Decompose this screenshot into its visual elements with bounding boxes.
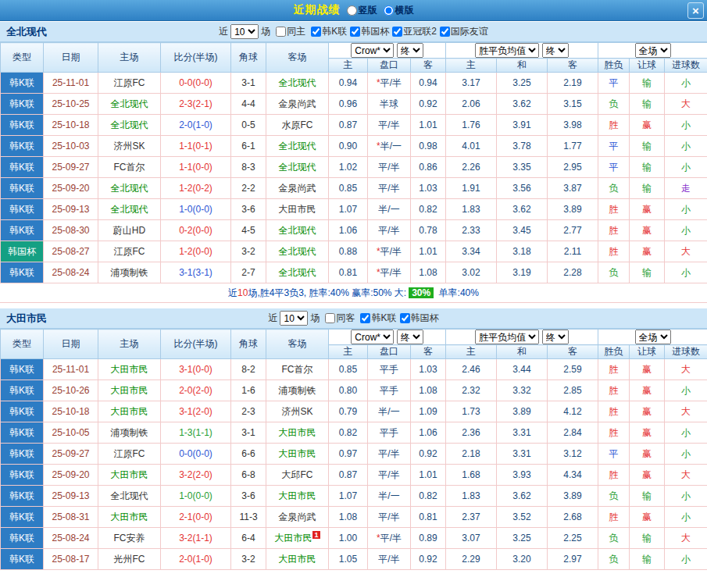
league-cell: 韩K联 bbox=[1, 486, 44, 507]
avg-away-cell: 3.89 bbox=[548, 486, 598, 507]
result-cell: 负 bbox=[598, 178, 630, 199]
handicap-result-cell: 赢 bbox=[630, 241, 665, 262]
score-cell: 0-2(0-0) bbox=[161, 220, 231, 241]
close-button[interactable]: × bbox=[687, 2, 704, 19]
close-icon: × bbox=[692, 4, 699, 17]
league-filter-checkbox[interactable]: 国际友谊 bbox=[440, 25, 488, 38]
league-cell: 韩K联 bbox=[1, 178, 44, 199]
league-filter-checkbox[interactable]: 韩K联 bbox=[360, 312, 396, 325]
summary-bar: 近10场,胜4平3负3, 胜率:40% 赢率:50% 大:30% 单率:40% bbox=[0, 283, 707, 303]
goals-result-cell: 大 bbox=[665, 401, 707, 422]
away-team-cell: 济州SK bbox=[266, 401, 329, 422]
away-odds-cell: 1.09 bbox=[411, 401, 446, 422]
match-row: 韩K联25-08-31大田市民2-1(0-0)11-3金泉尚武1.08平/半0.… bbox=[1, 507, 707, 528]
scope-header-cell: 全场 bbox=[598, 43, 707, 59]
avg-draw-cell: 3.20 bbox=[497, 549, 548, 570]
home-team-cell: 浦项制铁 bbox=[98, 262, 161, 283]
summary-count: 10 bbox=[237, 287, 248, 298]
layout-vertical-radio[interactable]: 竖版 bbox=[347, 4, 377, 17]
summary-text: 场,胜4平3负3, 胜率:40% 赢率:50% 大: bbox=[248, 287, 406, 300]
avg-home-cell: 1.91 bbox=[446, 178, 497, 199]
avg-home-cell: 3.17 bbox=[446, 73, 497, 94]
league-filter-checkbox[interactable]: 韩国杯 bbox=[400, 312, 439, 325]
recent-count-select[interactable]: 10 bbox=[230, 24, 259, 39]
avg-stage-select[interactable]: 终 bbox=[542, 330, 569, 344]
checkbox-icon bbox=[360, 313, 370, 323]
avg-away-cell: 2.25 bbox=[548, 528, 598, 549]
handicap-result-cell: 输 bbox=[630, 136, 665, 157]
league-cell: 韩K联 bbox=[1, 220, 44, 241]
league-filter-checkbox[interactable]: 韩K联 bbox=[311, 25, 347, 38]
away-team-cell: 大田市民 bbox=[266, 199, 329, 220]
away-team-cell: 全北现代 bbox=[266, 241, 329, 262]
date-cell: 25-10-05 bbox=[44, 422, 98, 444]
score-cell: 2-3(2-1) bbox=[161, 94, 231, 115]
recent-count-select[interactable]: 10 bbox=[280, 311, 308, 326]
big-rate-highlight: 30% bbox=[409, 287, 434, 298]
scope-select[interactable]: 全场 bbox=[635, 43, 671, 58]
result-cell: 平 bbox=[598, 136, 630, 157]
goals-result-cell: 小 bbox=[665, 422, 707, 444]
match-row: 韩K联25-08-30蔚山HD0-2(0-0)4-5全北现代1.06平/半0.7… bbox=[1, 220, 707, 241]
avg-home-cell: 2.18 bbox=[446, 444, 497, 465]
subcol-header: 进球数 bbox=[665, 345, 707, 359]
result-cell: 胜 bbox=[598, 241, 630, 262]
avg-away-cell: 3.87 bbox=[548, 178, 598, 199]
games-label: 场 bbox=[261, 25, 270, 38]
handicap-result-cell: 输 bbox=[630, 262, 665, 283]
scope-select[interactable]: 全场 bbox=[635, 330, 671, 344]
result-cell: 胜 bbox=[598, 115, 630, 136]
away-odds-cell: 1.01 bbox=[411, 465, 446, 486]
layout-horizontal-radio[interactable]: 横版 bbox=[384, 4, 414, 17]
odds-source-select[interactable]: Crow* bbox=[351, 330, 394, 344]
odds-stage-select[interactable]: 终 bbox=[397, 330, 423, 344]
home-team-cell: 江原FC bbox=[98, 73, 161, 94]
handicap-result-cell: 输 bbox=[630, 486, 665, 507]
corners-cell: 1-6 bbox=[231, 380, 266, 401]
corners-cell: 0-5 bbox=[231, 115, 266, 136]
odds-stage-select[interactable]: 终 bbox=[397, 43, 423, 58]
handicap-cell: 平/半 bbox=[368, 115, 411, 136]
radio-icon bbox=[384, 5, 394, 16]
avg-type-select[interactable]: 胜平负均值 bbox=[475, 43, 539, 58]
avg-stage-select[interactable]: 终 bbox=[542, 43, 569, 58]
odds-source-select[interactable]: Crow* bbox=[351, 43, 394, 58]
score-cell: 2-0(1-0) bbox=[161, 549, 231, 570]
league-cell: 韩K联 bbox=[1, 73, 44, 94]
date-cell: 25-09-27 bbox=[44, 157, 98, 178]
corners-cell: 4-5 bbox=[231, 220, 266, 241]
goals-result-cell: 大 bbox=[665, 94, 707, 115]
match-row: 韩K联25-10-18大田市民3-1(2-0)2-3济州SK0.79半/一1.0… bbox=[1, 401, 707, 422]
league-filter-label: 韩K联 bbox=[371, 312, 396, 325]
page-title: 近期战绩 bbox=[294, 3, 341, 17]
same-venue-checkbox[interactable]: 同客 bbox=[325, 312, 355, 325]
col-home: 主场 bbox=[98, 43, 161, 73]
score-cell: 1-0(0-0) bbox=[161, 486, 231, 507]
handicap-result-cell: 输 bbox=[630, 178, 665, 199]
home-odds-cell: 0.87 bbox=[329, 115, 368, 136]
away-favorite-star: * bbox=[377, 533, 380, 543]
goals-result-cell: 大 bbox=[665, 528, 707, 549]
avg-draw-cell: 3.32 bbox=[497, 380, 548, 401]
subcol-header: 和 bbox=[497, 345, 548, 359]
avg-type-select[interactable]: 胜平负均值 bbox=[475, 330, 539, 344]
away-team-cell: 金泉尚武 bbox=[266, 94, 329, 115]
titlebar: 近期战绩 竖版 横版 × bbox=[0, 0, 707, 21]
away-favorite-star: * bbox=[377, 246, 380, 257]
away-team-cell: 水原FC bbox=[266, 115, 329, 136]
handicap-cell: 半/一 bbox=[368, 486, 411, 507]
handicap-result-cell: 输 bbox=[630, 549, 665, 570]
matches-table: 类型 日期 主场 比分(半场) 角球 客场 Crow* 终 胜平负均值 终 全场 bbox=[0, 329, 707, 570]
league-filter-checkbox[interactable]: 韩国杯 bbox=[350, 25, 389, 38]
score-cell: 3-1(0-0) bbox=[161, 359, 231, 380]
away-odds-cell: 0.82 bbox=[411, 199, 446, 220]
goals-result-cell: 小 bbox=[665, 380, 707, 401]
home-odds-cell: 1.05 bbox=[329, 549, 368, 570]
avg-away-cell: 3.98 bbox=[548, 115, 598, 136]
home-team-cell: 全北现代 bbox=[98, 94, 161, 115]
corners-cell: 3-1 bbox=[231, 422, 266, 444]
away-team-cell: 全北现代 bbox=[266, 73, 329, 94]
league-filter-checkbox[interactable]: 亚冠联2 bbox=[392, 25, 437, 38]
corners-cell: 3-1 bbox=[231, 73, 266, 94]
same-venue-checkbox[interactable]: 同主 bbox=[276, 25, 305, 38]
